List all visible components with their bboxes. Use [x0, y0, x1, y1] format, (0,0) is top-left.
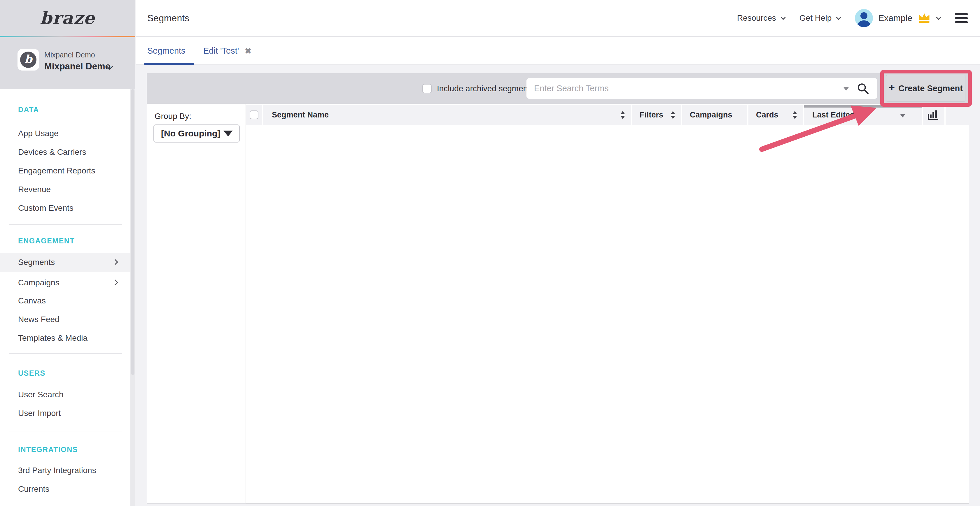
user-name: Example	[878, 13, 912, 23]
sidebar: braze b Mixpanel Demo Mixpanel Demo DATA…	[0, 0, 135, 506]
hamburger-menu-icon[interactable]	[955, 13, 968, 23]
braze-logo: braze	[40, 8, 95, 28]
sort-icon[interactable]	[792, 111, 797, 119]
column-header-cards[interactable]: Cards	[748, 105, 803, 125]
sidebar-item-custom-events[interactable]: Custom Events	[0, 199, 130, 217]
avatar	[855, 9, 873, 27]
resources-menu[interactable]: Resources	[737, 13, 784, 23]
logo-block[interactable]: braze	[0, 0, 135, 36]
column-header-last-edited[interactable]: Last Edited	[804, 105, 922, 125]
divider	[9, 224, 122, 225]
group-by-select[interactable]: [No Grouping]	[153, 124, 240, 143]
bar-chart-icon	[927, 109, 940, 121]
chevron-right-icon	[112, 279, 118, 286]
search-dropdown-caret-icon[interactable]	[843, 87, 849, 90]
sidebar-item-canvas[interactable]: Canvas	[0, 292, 130, 310]
search-button[interactable]	[857, 82, 870, 95]
group-by-value: [No Grouping]	[161, 128, 220, 138]
include-archived-checkbox[interactable]	[422, 84, 432, 93]
user-menu[interactable]: Example	[855, 9, 940, 27]
tabs-bar: Segments Edit 'Test' ✖	[135, 37, 980, 65]
tab-segments[interactable]: Segments	[147, 37, 186, 64]
crown-icon	[918, 12, 931, 24]
workspace-app-icon: b	[18, 49, 39, 71]
section-heading-data: DATA	[18, 106, 39, 114]
workspace-app-name: Mixpanel Demo	[45, 61, 111, 72]
workspace-company-name: Mixpanel Demo	[45, 51, 95, 59]
top-header: Segments Resources Get Help Example	[135, 0, 980, 37]
section-heading-engagement: ENGAGEMENT	[18, 237, 75, 245]
sidebar-item-templates-media[interactable]: Templates & Media	[0, 329, 130, 347]
include-archived-label: Include archived segments	[437, 84, 534, 93]
workspace-switcher[interactable]: b Mixpanel Demo Mixpanel Demo	[0, 37, 135, 89]
sort-icon[interactable]	[620, 111, 625, 119]
sidebar-item-segments[interactable]: Segments	[0, 253, 130, 272]
divider	[9, 431, 122, 431]
annotation-highlight-box	[880, 70, 972, 107]
braze-dashboard: braze b Mixpanel Demo Mixpanel Demo DATA…	[0, 0, 980, 506]
column-header-empty	[946, 105, 969, 125]
mixpanel-logo-icon: b	[20, 52, 37, 68]
sidebar-item-3rd-party-integrations[interactable]: 3rd Party Integrations	[0, 461, 130, 480]
page-title: Segments	[147, 13, 189, 24]
sidebar-item-user-search[interactable]: User Search	[0, 385, 130, 404]
segments-table: Segment Name Filters Campaigns Cards Las…	[246, 104, 969, 504]
section-heading-integrations: INTEGRATIONS	[18, 446, 78, 454]
chevron-down-icon	[781, 15, 786, 20]
search-input[interactable]	[527, 78, 835, 99]
chevron-down-icon	[836, 15, 841, 20]
column-header-analytics[interactable]	[923, 105, 944, 125]
select-all-cell	[246, 105, 262, 125]
sidebar-item-news-feed[interactable]: News Feed	[0, 310, 130, 329]
include-archived-group: Include archived segments	[422, 73, 534, 104]
column-header-filters[interactable]: Filters	[632, 105, 681, 125]
column-header-campaigns[interactable]: Campaigns	[682, 105, 747, 125]
select-all-checkbox[interactable]	[250, 111, 258, 119]
active-tab-underline	[145, 63, 194, 65]
sidebar-item-app-usage[interactable]: App Usage	[0, 124, 130, 143]
tab-edit-test[interactable]: Edit 'Test' ✖	[203, 37, 251, 64]
top-nav: Resources Get Help Example	[737, 0, 968, 36]
section-heading-users: USERS	[18, 369, 46, 378]
search-icon	[857, 82, 869, 95]
chevron-down-icon	[936, 15, 941, 20]
sort-icon[interactable]	[671, 111, 675, 119]
sidebar-scrollbar[interactable]	[130, 89, 135, 506]
sidebar-item-devices-carriers[interactable]: Devices & Carriers	[0, 143, 130, 162]
sidebar-item-campaigns[interactable]: Campaigns	[0, 273, 130, 292]
get-help-menu[interactable]: Get Help	[799, 13, 840, 23]
sidebar-item-revenue[interactable]: Revenue	[0, 180, 130, 199]
dropdown-caret-icon	[223, 130, 233, 136]
group-by-panel: Group By: [No Grouping]	[147, 104, 246, 504]
sidebar-nav: DATA App Usage Devices & Carriers Engage…	[0, 89, 135, 506]
group-by-label: Group By:	[154, 112, 191, 121]
divider	[9, 353, 122, 354]
sidebar-item-engagement-reports[interactable]: Engagement Reports	[0, 162, 130, 180]
segments-toolbar: Include archived segments	[147, 73, 969, 104]
search-box	[527, 78, 877, 99]
chevron-right-icon	[112, 259, 118, 265]
sidebar-scrollbar-thumb[interactable]	[131, 89, 134, 375]
column-dropdown-caret-icon[interactable]	[900, 114, 905, 117]
close-tab-icon[interactable]: ✖	[245, 46, 251, 56]
column-header-segment-name[interactable]: Segment Name	[263, 105, 631, 125]
sidebar-item-currents[interactable]: Currents	[0, 480, 130, 498]
sidebar-item-user-import[interactable]: User Import	[0, 404, 130, 423]
